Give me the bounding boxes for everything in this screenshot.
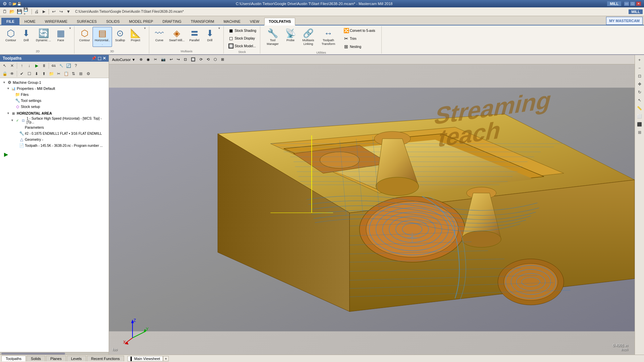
ribbon-btn-curve[interactable]: 〰 Curve xyxy=(152,27,167,43)
vt-btn-5[interactable]: ↩ xyxy=(168,56,174,63)
ribbon-btn-parallel[interactable]: 〓 Parallel xyxy=(187,27,202,43)
panel-pin-button[interactable]: 📌 xyxy=(91,56,96,61)
pt-settings[interactable]: ⚙ xyxy=(85,70,92,77)
redo-button[interactable]: ↪ xyxy=(58,8,64,15)
minimize-button[interactable]: — xyxy=(624,1,629,6)
ribbon-btn-drill[interactable]: ⬇ Drill xyxy=(19,27,34,43)
tree-item-horizontal-area[interactable]: ▼ ⊞ HORIZONTAL AREA xyxy=(0,110,109,116)
pt-select-all[interactable]: ↖ xyxy=(1,62,8,69)
rt-btn-rotate[interactable]: ↻ xyxy=(636,88,643,96)
pt-regen[interactable]: 🔄 xyxy=(65,62,72,69)
ribbon-btn-swarf[interactable]: ◈ Swarf Mill... xyxy=(167,27,186,43)
undo-button[interactable]: ↩ xyxy=(50,8,57,15)
pt-check[interactable]: ✔ xyxy=(18,70,25,77)
btab-toolpaths[interactable]: Toolpaths xyxy=(1,356,26,361)
tab-drafting[interactable]: DRAFTING xyxy=(158,18,185,25)
tree-item-machine-group[interactable]: ▼ ⚙ Machine Group-1 xyxy=(0,79,109,85)
pt-arrow-down[interactable]: ⬇ xyxy=(33,70,40,77)
ribbon-btn-drill-ma[interactable]: ⬇ Drill xyxy=(203,27,217,43)
tree-item-properties[interactable]: ▼ 📊 Properties - Mill Default xyxy=(0,85,109,92)
pt-arrow-up[interactable]: ⬆ xyxy=(41,70,47,77)
pt-question[interactable]: ? xyxy=(72,62,79,69)
3d-more-button[interactable]: ▼ xyxy=(144,27,147,35)
ribbon-btn-stock-shading[interactable]: ◼ Stock Shading xyxy=(226,27,258,34)
ribbon-btn-horizontal[interactable]: ▤ Horizontal... xyxy=(93,27,112,47)
rt-btn-view2[interactable]: ⬛ xyxy=(636,121,643,128)
pt-delete[interactable]: ✕ xyxy=(9,62,15,69)
vt-btn-2[interactable]: ◉ xyxy=(145,56,152,63)
ribbon-btn-convert-5axis[interactable]: 🔀 Convert to 5-axis xyxy=(341,27,377,34)
close-button[interactable]: ✕ xyxy=(636,1,641,6)
pt-sort[interactable]: ⇅ xyxy=(70,70,77,77)
maximize-button[interactable]: □ xyxy=(630,1,635,6)
scrollbar-thumb[interactable] xyxy=(1,353,65,355)
ribbon-btn-scallop[interactable]: ⊙ Scallop xyxy=(113,27,127,43)
autocursor-button[interactable]: AutoCursor ▼ xyxy=(110,57,137,63)
vt-btn-6[interactable]: ↪ xyxy=(175,56,181,63)
btab-levels[interactable]: Levels xyxy=(67,356,86,361)
panel-detach-button[interactable]: ⬚ xyxy=(98,56,101,61)
tab-wireframe[interactable]: WIREFRAME xyxy=(41,18,72,25)
tab-home[interactable]: HOME xyxy=(20,18,40,25)
pt-visibility[interactable]: 👁 xyxy=(9,70,15,77)
ribbon-btn-nesting[interactable]: ⊞ Nesting xyxy=(341,43,377,50)
tree-item-toolpath-nc[interactable]: 📄 Toolpath - 145.5K - 3638-20.nc - Progr… xyxy=(0,142,109,148)
rt-btn-zoom-in[interactable]: + xyxy=(636,56,643,64)
vt-btn-4[interactable]: 📷 xyxy=(159,56,167,63)
tree-item-geometry[interactable]: △ Geometry - xyxy=(0,136,109,142)
ribbon-btn-face[interactable]: ▦ Face xyxy=(53,27,68,43)
panel-close-button[interactable]: ✕ xyxy=(103,56,106,61)
ribbon-btn-stock-model[interactable]: 🔲 Stock Model... xyxy=(226,42,258,50)
tab-toolpaths[interactable]: TOOLPATHS xyxy=(264,18,295,25)
ribbon-btn-multiaxis-linking[interactable]: 🔗 Multiaxis Linking xyxy=(299,27,318,47)
pt-move-down[interactable]: ↓ xyxy=(26,62,33,69)
tab-model-prep[interactable]: MODEL PREP xyxy=(125,18,158,25)
horizontal-scrollbar[interactable] xyxy=(0,352,109,355)
pt-run[interactable]: ▶ xyxy=(33,62,40,69)
tree-item-tool-settings[interactable]: 🔧 Tool settings xyxy=(0,98,109,104)
pt-cut[interactable]: ✂ xyxy=(55,70,62,77)
vt-btn-8[interactable]: 🔲 xyxy=(189,56,197,63)
3d-canvas[interactable]: Streaming teach xyxy=(109,64,635,355)
2d-more-button[interactable]: ▼ xyxy=(69,27,72,35)
pt-move-up[interactable]: ↑ xyxy=(18,62,25,69)
rt-btn-measure[interactable]: 📏 xyxy=(636,105,643,112)
tab-solids[interactable]: SOLIDS xyxy=(102,18,124,25)
btab-recent-functions[interactable]: Recent Functions xyxy=(87,356,124,361)
vt-btn-3[interactable]: ✂ xyxy=(152,56,159,63)
pt-lock[interactable]: 🔒 xyxy=(1,70,8,77)
rt-btn-view1[interactable]: ⬜ xyxy=(636,113,643,120)
add-viewsheet-button[interactable]: + xyxy=(163,356,168,361)
vt-btn-10[interactable]: ⟲ xyxy=(205,56,211,63)
pt-pause[interactable]: ⏸ xyxy=(41,62,47,69)
tab-machine[interactable]: MACHINE xyxy=(219,18,245,25)
ribbon-btn-tool-manager[interactable]: 🔧 Tool Manager xyxy=(263,27,282,47)
ribbon-btn-probe[interactable]: 📡 Probe xyxy=(283,27,298,43)
vt-btn-1[interactable]: ⊕ xyxy=(138,56,144,63)
rt-btn-pan[interactable]: ✥ xyxy=(636,80,643,88)
pt-g2[interactable]: 🔧 xyxy=(58,62,64,69)
tree-item-stock-setup[interactable]: ◇ Stock setup xyxy=(0,104,109,110)
pt-group[interactable]: 📁 xyxy=(48,70,55,77)
tree-item-endmill[interactable]: 🔧 #2 - 0.1875 ENDMILL1 FLAT • 3/16 FLAT … xyxy=(0,130,109,136)
vt-btn-12[interactable]: ⊞ xyxy=(219,56,226,63)
vt-btn-9[interactable]: ⟳ xyxy=(198,56,204,63)
tree-item-files[interactable]: 📁 Files xyxy=(0,92,109,98)
ribbon-btn-contour-2d[interactable]: ⬡ Contour xyxy=(3,27,18,43)
my-mastercam-button[interactable]: MY MASTERCAM xyxy=(606,17,643,25)
viewport[interactable]: AutoCursor ▼ ⊕ ◉ ✂ 📷 ↩ ↪ ⊡ 🔲 ⟳ ⟲ ⬡ ⊞ xyxy=(109,55,635,355)
multiaxis-more-button[interactable]: ▼ xyxy=(218,27,221,35)
btab-planes[interactable]: Planes xyxy=(46,356,66,361)
tab-view[interactable]: VIEW xyxy=(246,18,264,25)
ribbon-btn-project[interactable]: 📐 Project xyxy=(128,27,143,43)
more-button[interactable]: ▼ xyxy=(65,8,72,15)
new-button[interactable]: 🗒 xyxy=(1,8,8,15)
rt-btn-view3[interactable]: ⊞ xyxy=(636,129,643,136)
save-button[interactable]: 💾 xyxy=(16,8,23,15)
pt-copy[interactable]: 📋 xyxy=(63,70,69,77)
play-button[interactable]: ▶ xyxy=(4,152,8,157)
ribbon-btn-stock-display[interactable]: ◻ Stock Display xyxy=(226,35,258,42)
print-button[interactable]: 🖨 xyxy=(33,8,40,15)
tab-surfaces[interactable]: SURFACES xyxy=(72,18,101,25)
ribbon-btn-trim[interactable]: ✂ Trim xyxy=(341,35,377,42)
